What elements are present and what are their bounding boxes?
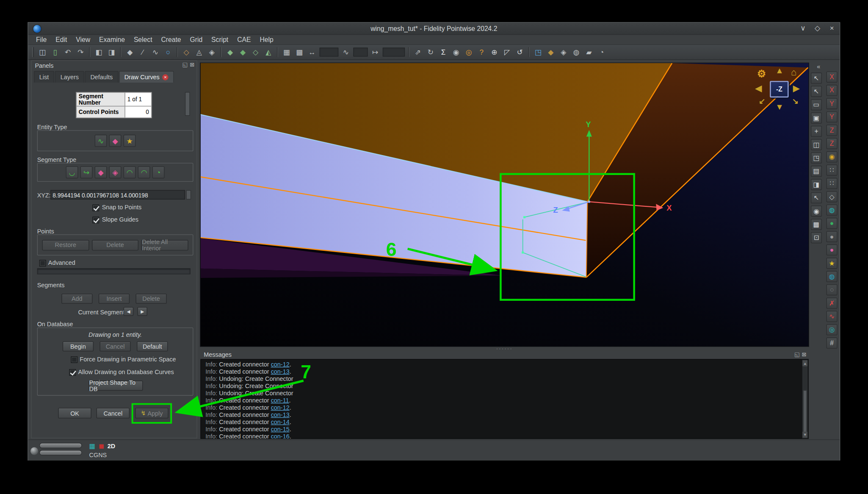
connector-link[interactable]: con-12 <box>271 361 290 368</box>
project-shape-button[interactable]: Project Shape To DB <box>88 381 143 391</box>
slope-guides-checkbox[interactable] <box>92 216 99 223</box>
pink-sphere-icon[interactable]: ● <box>827 244 838 255</box>
menu-view[interactable]: View <box>72 35 95 44</box>
clip-icon[interactable]: ◸ <box>501 46 513 58</box>
viewport-messages-splitter[interactable]: ······ <box>200 347 809 351</box>
dimension-icon[interactable]: ↔ <box>306 46 318 58</box>
quilt-tool-icon[interactable]: ◈ <box>206 46 218 58</box>
view-cube[interactable]: -Z <box>770 81 788 97</box>
structured-grid-icon[interactable]: ▦ <box>281 46 292 58</box>
swing-right-button[interactable]: ↘ <box>792 97 798 105</box>
scroll-up-icon[interactable]: ▲ <box>802 360 807 366</box>
paste-view-icon[interactable]: ◫ <box>811 139 822 150</box>
allow-db-curves-checkbox[interactable] <box>69 369 76 376</box>
globe-grid-icon[interactable]: ◍ <box>827 271 838 282</box>
grid-points-dense-icon[interactable]: ∷ <box>827 178 838 189</box>
arc3-segment-icon[interactable]: ◠ <box>138 166 150 178</box>
menu-help[interactable]: Help <box>255 35 278 44</box>
circle-segment-icon[interactable]: ◔ <box>152 166 165 178</box>
dot-box-icon[interactable]: ⊡ <box>811 232 822 243</box>
list-box-icon[interactable]: ▤ <box>811 166 822 177</box>
connector-link[interactable]: con-13 <box>271 411 290 418</box>
detach-panel-icon[interactable]: ◱ <box>182 61 188 67</box>
snap-x-axis-icon[interactable]: X <box>827 85 838 96</box>
curve-red-icon[interactable]: ∿ <box>827 311 838 322</box>
zoom-select-icon[interactable]: ⊕ <box>489 46 500 58</box>
monitor-icon[interactable]: ▣ <box>811 113 822 124</box>
cae-run-icon[interactable]: ▰ <box>583 46 594 58</box>
sphere-select-icon[interactable]: ◍ <box>827 205 838 216</box>
scrollbar-thumb[interactable] <box>803 390 807 437</box>
default-button[interactable]: Default <box>137 341 168 352</box>
xyz-input[interactable] <box>50 190 185 200</box>
snap-z-axis-icon[interactable]: Z <box>827 138 838 149</box>
curve-entity-icon[interactable]: ∿ <box>95 135 107 147</box>
arc-segment-icon[interactable]: ◠ <box>124 166 136 178</box>
grid-points-icon[interactable]: ∷ <box>827 164 838 175</box>
undo-icon[interactable]: ↶ <box>62 46 73 58</box>
dimension-field[interactable] <box>320 47 338 56</box>
help-icon[interactable]: ? <box>476 46 487 58</box>
extrude-icon[interactable]: ⇗ <box>412 46 423 58</box>
save-icon[interactable]: ◫ <box>36 46 48 58</box>
begin-button[interactable]: Begin <box>63 341 94 352</box>
home-view-button[interactable]: ⌂ <box>791 67 796 78</box>
control-point-marker[interactable] <box>522 251 524 253</box>
next-segment-button[interactable]: ▶ <box>137 307 147 316</box>
control-point-marker[interactable] <box>523 216 525 218</box>
cae-export-icon[interactable]: ◳ <box>532 46 544 58</box>
new-file-icon[interactable]: ▯ <box>49 46 61 58</box>
xyz-spinner[interactable] <box>186 190 191 200</box>
connector-link[interactable]: con-12 <box>271 404 290 411</box>
probe-tool-icon[interactable]: ◬ <box>193 46 205 58</box>
surface-tool-2-icon[interactable]: ◆ <box>237 46 249 58</box>
scroll-down-icon[interactable]: ▼ <box>802 432 807 438</box>
surface-tool-1-icon[interactable]: ◆ <box>224 46 236 58</box>
menu-file[interactable]: File <box>32 35 51 44</box>
tab-list[interactable]: List <box>34 71 55 82</box>
menu-script[interactable]: Script <box>207 35 233 44</box>
unstructured-grid-icon[interactable]: ▩ <box>293 46 305 58</box>
diamond-tool-icon[interactable]: ◇ <box>827 191 838 202</box>
corner-box-icon[interactable]: ◳ <box>811 153 822 164</box>
table-scrollbar[interactable] <box>185 92 190 116</box>
rotate-right-button[interactable]: ▶ <box>793 83 799 93</box>
parametric-space-checkbox[interactable] <box>71 356 77 363</box>
advanced-checkbox[interactable] <box>39 260 46 266</box>
snap-z-icon[interactable]: Z <box>827 125 838 136</box>
toolbar-grip[interactable] <box>32 47 34 57</box>
ok-button[interactable]: OK <box>58 408 91 419</box>
view-settings-gear-icon[interactable]: ⚙ <box>757 68 766 80</box>
maximize-button[interactable]: ◇ <box>813 24 822 32</box>
tab-draw-curves[interactable]: Draw Curves× <box>119 71 174 82</box>
close-tab-icon[interactable]: × <box>162 74 168 80</box>
close-button[interactable]: × <box>827 24 836 32</box>
database-tool-icon[interactable]: ◇ <box>180 46 192 58</box>
spacing-field[interactable] <box>354 47 368 56</box>
star-burst-icon[interactable]: ★ <box>827 258 838 269</box>
db-curve-segment-icon[interactable]: ◈ <box>109 166 122 178</box>
snap-y-axis-icon[interactable]: Y <box>827 111 838 122</box>
lock-icon[interactable]: ◉ <box>827 151 838 162</box>
detach-messages-icon[interactable]: ◱ <box>794 351 799 357</box>
pointer-plus-icon[interactable]: ↖ <box>811 86 822 97</box>
mesh-box-icon[interactable]: ▩ <box>811 219 822 230</box>
rotate-up-button[interactable]: ▲ <box>775 65 783 75</box>
diagnostics-icon[interactable]: ◎ <box>463 46 474 58</box>
collapse-rails-button[interactable]: « <box>817 63 820 70</box>
db-line-segment-icon[interactable]: ◆ <box>95 166 107 178</box>
pointer-icon[interactable]: ↖ <box>811 72 822 83</box>
surface-tool-3-icon[interactable]: ◇ <box>250 46 261 58</box>
redo-icon[interactable]: ↷ <box>75 46 86 58</box>
sum-icon[interactable]: Σ <box>437 46 449 58</box>
distribution-icon[interactable]: ↦ <box>369 46 381 58</box>
target-icon[interactable]: ◉ <box>811 205 822 216</box>
cae-view-icon[interactable]: ◔ <box>596 46 607 58</box>
screen-select-icon[interactable]: ▭ <box>811 99 822 110</box>
half-box-icon[interactable]: ◨ <box>811 179 822 190</box>
curve-segment-icon[interactable]: ↪ <box>80 166 93 178</box>
menu-examine[interactable]: Examine <box>94 35 129 44</box>
cancel-button[interactable]: Cancel <box>97 408 130 419</box>
point-tool-icon[interactable]: ◆ <box>124 46 135 58</box>
cae-check-icon[interactable]: ◍ <box>570 46 582 58</box>
